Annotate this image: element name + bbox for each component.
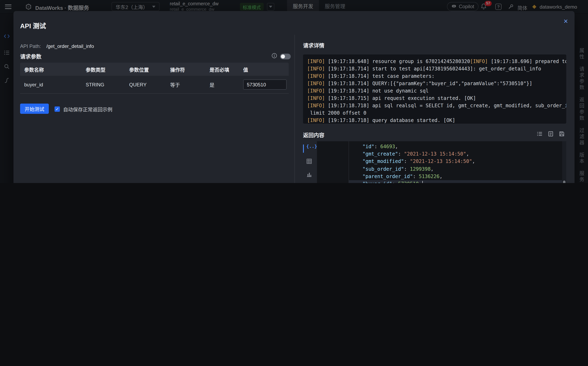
table-view-icon[interactable]	[306, 159, 312, 166]
json-lines: "id": 64693,"gmt_create": "2021-12-13 15…	[317, 143, 562, 183]
json-line: "sub_order_id": 1299398,	[349, 165, 562, 173]
json-line: "gmt_modified": "2021-12-13 15:14:50",	[349, 158, 562, 165]
json-view-icon[interactable]: {..}	[306, 144, 317, 149]
param-name-cell: buyer_id	[20, 82, 82, 87]
chart-view-icon[interactable]	[306, 172, 312, 179]
param-value-input[interactable]	[243, 79, 287, 90]
text-cursor	[422, 181, 423, 183]
param-operator-cell: 等于	[166, 81, 206, 88]
param-value-cell	[239, 79, 289, 90]
column-header: 是否必填	[206, 66, 239, 73]
response-save-icon[interactable]	[559, 131, 565, 137]
api-path-row: API Path: /get_order_detail_info	[20, 43, 94, 49]
log-line: [INFO] [19:17:18.715] api request execut…	[307, 95, 562, 102]
param-position-cell: QUERY	[125, 82, 166, 87]
log-line: [INFO] [19:17:18.718] api sql realsql = …	[307, 102, 562, 109]
log-line: [INFO] [19:17:18.714] not use dynamic sq…	[307, 87, 562, 95]
auto-save-label: 自动保存正常返回示例	[63, 106, 112, 113]
column-header: 操作符	[166, 66, 206, 73]
response-title: 返回内容	[303, 131, 324, 139]
app-root: DataWorks · 数据服务 华东2（上海） retail_e_commer…	[0, 0, 588, 183]
column-header: 参数名称	[20, 66, 82, 73]
log-line: [INFO] [19:17:18.714] start to test api[…	[307, 65, 562, 72]
auto-save-checkbox[interactable]: ✓	[55, 107, 60, 112]
request-log[interactable]: [INFO] [19:17:18.648] resource group is …	[303, 54, 566, 124]
json-line: "buyer_id": 5730510,	[349, 180, 562, 183]
log-line: [INFO] [19:17:18.718] query database sta…	[307, 117, 562, 124]
modal-title: API 测试	[20, 21, 46, 30]
log-line: [INFO] [19:17:18.714] QUERY:[{"paramKey"…	[307, 80, 562, 87]
column-header: 值	[239, 66, 289, 73]
json-scrollbar-thumb[interactable]	[563, 181, 565, 183]
request-detail-title: 请求详情	[303, 41, 324, 49]
response-list-icon[interactable]	[537, 131, 542, 137]
api-path-value: /get_order_detail_info	[46, 43, 94, 49]
response-toolbar	[537, 131, 565, 137]
log-line: [INFO] [19:17:18.714] test case paramete…	[307, 72, 562, 80]
api-test-modal: API 测试 × API Path: /get_order_detail_inf…	[14, 11, 574, 183]
json-content[interactable]: "id": 64693,"gmt_create": "2021-12-13 15…	[317, 141, 566, 183]
start-test-button[interactable]: 开始测试	[20, 104, 49, 114]
param-type-cell: STRING	[82, 82, 125, 87]
log-line: [INFO] [19:17:18.648] resource group is …	[307, 58, 562, 65]
request-result-pane: 请求详情 [INFO] [19:17:18.648] resource grou…	[295, 11, 574, 183]
request-params-title: 请求参数	[20, 52, 41, 60]
json-line: "gmt_create": "2021-12-13 15:14:50",	[349, 150, 562, 158]
log-line: limit 2000 offset 0	[307, 109, 562, 117]
info-icon[interactable]	[271, 53, 277, 60]
json-scrollbar-track[interactable]	[562, 141, 566, 183]
column-header: 参数类型	[82, 66, 125, 73]
param-row: buyer_idSTRINGQUERY等于是	[20, 76, 289, 94]
json-line: "parent_order_id": 5136226,	[349, 173, 562, 180]
params-table-header: 参数名称参数类型参数位置操作符是否必填值	[20, 63, 289, 76]
params-table: 参数名称参数类型参数位置操作符是否必填值 buyer_idSTRINGQUERY…	[20, 63, 289, 94]
active-view-indicator	[303, 145, 304, 153]
response-doc-icon[interactable]	[548, 131, 554, 137]
toggle-knob	[281, 54, 285, 59]
params-table-body: buyer_idSTRINGQUERY等于是	[20, 76, 289, 94]
json-viewer: {..} "id": 64693,"gmt_create": "2021-12-…	[303, 141, 566, 183]
param-required-cell: 是	[206, 81, 239, 88]
column-header: 参数位置	[125, 66, 166, 73]
json-view-rail: {..}	[303, 141, 317, 183]
json-line: "id": 64693,	[349, 143, 562, 150]
api-path-label: API Path:	[20, 43, 41, 49]
auto-save-row: ✓ 自动保存正常返回示例	[55, 106, 112, 113]
sample-mode-toggle[interactable]	[280, 54, 291, 59]
